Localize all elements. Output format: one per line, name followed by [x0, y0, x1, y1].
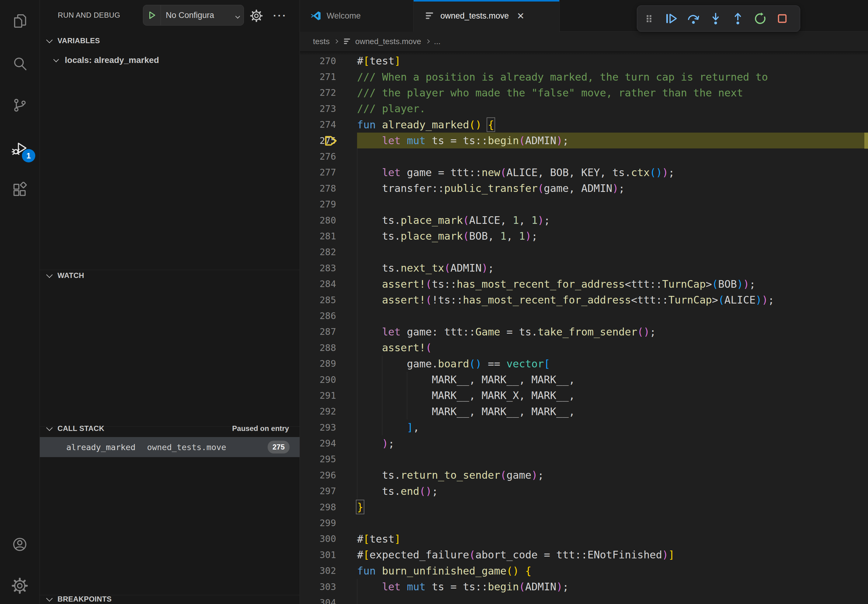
line-number[interactable]: 281 [300, 231, 336, 242]
code-line-text[interactable] [357, 308, 868, 324]
code-line-text[interactable]: game.board() == vector[ [357, 356, 868, 371]
watch-section-header[interactable]: WATCH [40, 268, 299, 283]
code-line-text[interactable]: #[expected_failure(abort_code = ttt::ENo… [357, 547, 868, 563]
tab-owned-tests-move[interactable]: owned_tests.move✕ [414, 0, 560, 32]
breadcrumb-item[interactable]: owned_tests.move [343, 37, 421, 46]
line-number[interactable]: 279 [300, 199, 336, 209]
line-number[interactable]: 276 [300, 151, 336, 162]
code-line-text[interactable]: MARK__, MARK__, MARK__, [357, 372, 868, 387]
line-number[interactable]: 300 [300, 533, 336, 544]
run-config-dropdown[interactable]: No Configura [143, 5, 244, 26]
start-debug-icon[interactable] [143, 5, 161, 25]
code-line-text[interactable] [357, 515, 868, 531]
line-number[interactable]: 288 [300, 342, 336, 353]
code-line-text[interactable] [357, 595, 868, 604]
continue-icon[interactable] [664, 12, 678, 26]
code-line-text[interactable]: /// player. [357, 101, 868, 116]
line-number[interactable]: 277 [300, 167, 336, 178]
line-number[interactable]: 274 [300, 119, 336, 130]
line-number[interactable]: 283 [300, 263, 336, 273]
code-line-text[interactable]: MARK__, MARK_X, MARK__, [357, 387, 868, 403]
code-line-text[interactable]: ts.place_mark(BOB, 1, 1); [357, 228, 868, 244]
code-line-text[interactable] [357, 149, 868, 164]
drag-handle-icon[interactable] [642, 12, 656, 26]
tab-welcome[interactable]: Welcome [300, 0, 414, 32]
close-icon[interactable]: ✕ [517, 11, 524, 21]
breakpoints-section-header[interactable]: BREAKPOINTS [40, 591, 299, 604]
line-number[interactable]: 284 [300, 279, 336, 289]
line-number[interactable]: 285 [300, 295, 336, 305]
line-number[interactable]: 278 [300, 183, 336, 194]
code-line-text[interactable]: /// When a position is already marked, t… [357, 69, 868, 85]
line-number[interactable]: 270 [300, 56, 336, 66]
activity-account-icon[interactable] [0, 526, 40, 563]
code-line-text[interactable]: MARK__, MARK__, MARK__, [357, 404, 868, 420]
step-into-icon[interactable] [708, 12, 722, 26]
more-actions-icon[interactable]: ··· [270, 9, 291, 23]
line-number[interactable]: 282 [300, 247, 336, 257]
line-number[interactable]: 298 [300, 502, 336, 513]
code-line-text[interactable]: ts.return_to_sender(game); [357, 467, 868, 483]
activity-extensions-icon[interactable] [0, 172, 40, 208]
variables-locals-row[interactable]: locals: already_marked [40, 52, 299, 69]
line-number[interactable]: 296 [300, 470, 336, 480]
line-number[interactable]: 303 [300, 581, 336, 592]
code-line-text[interactable] [357, 244, 868, 260]
variables-section-header[interactable]: VARIABLES [40, 33, 299, 49]
line-number[interactable]: 273 [300, 104, 336, 114]
step-over-icon[interactable] [687, 12, 701, 26]
call-stack-section-header[interactable]: CALL STACK Paused on entry [40, 421, 299, 437]
line-number[interactable]: 294 [300, 438, 336, 449]
breadcrumb-item[interactable]: tests [313, 37, 330, 46]
activity-run-and-debug-icon[interactable]: 1 [0, 130, 40, 167]
code-area[interactable]: 270#[test]271/// When a position is alre… [300, 51, 868, 604]
restart-icon[interactable] [753, 12, 767, 26]
activity-source-control-icon[interactable] [0, 87, 40, 124]
code-line-text[interactable]: assert!(!ts::has_most_recent_for_address… [357, 292, 868, 308]
code-line-text[interactable]: ); [357, 435, 868, 451]
code-line-text[interactable]: transfer::public_transfer(game, ADMIN); [357, 180, 868, 196]
line-number[interactable]: 297 [300, 486, 336, 496]
code-line-text[interactable]: ], [357, 420, 868, 435]
line-number[interactable]: 272 [300, 87, 336, 98]
activity-search-icon[interactable] [0, 45, 40, 82]
line-number[interactable]: 289 [300, 358, 336, 369]
code-line-text[interactable]: /// the player who made the "false" move… [357, 85, 868, 101]
code-line-text[interactable]: assert!( [357, 340, 868, 356]
code-line-text[interactable]: fun already_marked() { [357, 117, 868, 133]
breadcrumb-item[interactable]: ... [434, 37, 441, 46]
line-number[interactable]: 293 [300, 422, 336, 433]
call-stack-frame-row[interactable]: already_marked owned_tests.move 275 [40, 437, 299, 457]
line-number[interactable]: 302 [300, 565, 336, 576]
line-number[interactable]: 287 [300, 326, 336, 337]
line-number[interactable]: 291 [300, 390, 336, 401]
line-number[interactable]: 292 [300, 406, 336, 417]
debug-gear-icon[interactable] [249, 9, 264, 23]
code-line-text[interactable]: let mut ts = ts::begin(ADMIN); [357, 579, 868, 595]
line-number[interactable]: 271 [300, 71, 336, 82]
code-line-text[interactable]: ts.place_mark(ALICE, 1, 1); [357, 212, 868, 228]
code-line-text[interactable]: fun burn_unfinished_game() { [357, 563, 868, 579]
line-number[interactable]: 301 [300, 550, 336, 560]
activity-settings-icon[interactable] [0, 567, 40, 604]
line-number[interactable]: 280 [300, 215, 336, 226]
line-number[interactable]: 295 [300, 454, 336, 465]
activity-explorer-icon[interactable] [0, 3, 40, 39]
code-line-text[interactable] [357, 197, 868, 212]
line-number[interactable]: 286 [300, 311, 336, 321]
step-out-icon[interactable] [731, 12, 745, 26]
code-line-text[interactable] [357, 451, 868, 467]
code-line-text[interactable]: #[test] [357, 531, 868, 547]
line-number[interactable]: 299 [300, 517, 336, 528]
code-line-text[interactable]: let game: ttt::Game = ts.take_from_sende… [357, 324, 868, 340]
code-line-text[interactable]: ts.next_tx(ADMIN); [357, 260, 868, 276]
code-line-text[interactable]: #[test] [357, 53, 868, 69]
code-line-text[interactable]: } [357, 499, 868, 515]
stop-icon[interactable] [775, 12, 789, 26]
code-line-text[interactable]: let game = ttt::new(ALICE, BOB, KEY, ts.… [357, 164, 868, 180]
line-number[interactable]: 290 [300, 375, 336, 385]
code-line-text[interactable]: assert!(ts::has_most_recent_for_address<… [357, 276, 868, 292]
line-number[interactable]: 304 [300, 597, 336, 604]
code-line-text[interactable]: ts.end(); [357, 483, 868, 499]
code-line-text[interactable]: let mut ts = ts::begin(ADMIN); [357, 133, 868, 149]
